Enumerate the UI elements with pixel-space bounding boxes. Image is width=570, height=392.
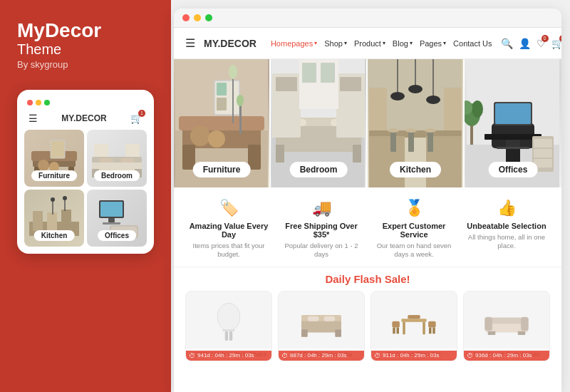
nav-link-shop[interactable]: Shop ▾ <box>324 39 347 48</box>
hero-card-offices[interactable]: Offices <box>465 59 561 187</box>
svg-rect-105 <box>308 316 319 321</box>
site-logo: MY.DECOR <box>204 38 256 49</box>
svg-rect-49 <box>353 145 361 163</box>
svg-rect-120 <box>521 316 529 330</box>
sale-card-img-sofa <box>464 292 549 349</box>
svg-rect-115 <box>432 327 435 334</box>
mobile-card-kitchen[interactable]: Kitchen <box>24 190 84 247</box>
hero-label-furniture: Furniture <box>193 162 251 177</box>
nav-search-icon[interactable]: 🔍 <box>501 38 513 49</box>
browser-mockup: ☰ MY.DECOR Homepages ▾ Shop ▾ Product ▾ … <box>174 9 561 392</box>
svg-rect-78 <box>444 88 462 130</box>
nav-wishlist-icon[interactable]: ♡ 0 <box>537 38 546 49</box>
wishlist-badge: 0 <box>542 35 549 42</box>
svg-rect-13 <box>94 144 108 157</box>
mobile-card-furniture[interactable]: Furniture <box>24 130 84 187</box>
feature-shipping-title: Free Shipping Over $35* <box>278 222 365 239</box>
browser-dot-yellow[interactable] <box>194 14 201 21</box>
mobile-dot-green <box>44 100 50 105</box>
flash-sale-section: Daily Flash Sale! ⏱ 941d : 04h : 29m : 0… <box>174 267 561 367</box>
brand-subtitle: Theme <box>17 42 154 56</box>
feature-value-desc: Items prices that fit your budget. <box>185 242 272 259</box>
svg-point-95 <box>472 100 483 118</box>
svg-rect-14 <box>125 144 140 157</box>
svg-rect-110 <box>392 321 400 327</box>
feature-service: 🏅 Expert Customer Service Our team on ha… <box>370 199 457 259</box>
svg-rect-99 <box>225 331 228 340</box>
brand-name: MyDecor <box>17 20 154 42</box>
mobile-mockup: ☰ MY.DECOR 🛒 1 <box>17 90 154 254</box>
svg-rect-98 <box>222 329 235 331</box>
features-row: 🏷️ Amazing Value Every Day Items prices … <box>174 187 561 267</box>
mobile-cart-badge: 1 <box>138 110 145 117</box>
nav-link-homepages[interactable]: Homepages ▾ <box>271 39 317 48</box>
svg-rect-108 <box>403 321 405 334</box>
sale-card-img-table <box>371 292 457 349</box>
svg-rect-40 <box>217 98 227 110</box>
brand-info: MyDecor Theme By skygroup <box>17 20 154 70</box>
chair-svg <box>204 295 254 345</box>
svg-rect-26 <box>103 222 120 225</box>
nav-user-icon[interactable]: 👤 <box>519 38 531 49</box>
svg-rect-121 <box>488 331 496 334</box>
nav-link-product[interactable]: Product ▾ <box>354 39 385 48</box>
nav-link-blog[interactable]: Blog ▾ <box>393 39 413 48</box>
svg-rect-77 <box>369 88 387 130</box>
svg-point-20 <box>51 197 55 202</box>
nav-cart-icon[interactable]: 🛒 0 <box>551 38 561 49</box>
sale-card-chair[interactable]: ⏱ 941d : 04h : 29m : 03s N200X Modern St… <box>185 291 272 361</box>
browser-bar <box>174 9 561 28</box>
flash-sale-grid: ⏱ 941d : 04h : 29m : 03s N200X Modern St… <box>185 291 550 361</box>
sale-card-img-bed <box>279 292 364 349</box>
bed-svg <box>296 295 346 345</box>
mobile-logo: MY.DECOR <box>61 113 106 123</box>
nav-link-contact[interactable]: Contact Us <box>453 39 492 48</box>
mobile-card-label-offices: Offices <box>98 230 136 241</box>
hero-card-kitchen[interactable]: Kitchen <box>368 59 465 187</box>
svg-point-68 <box>405 128 417 133</box>
sale-card-bed[interactable]: ⏱ 887d : 04h : 29m : 03s Bed Full Set fr… <box>278 291 365 361</box>
svg-rect-90 <box>534 139 552 148</box>
hero-label-kitchen: Kitchen <box>390 162 441 177</box>
svg-rect-12 <box>120 158 135 163</box>
svg-rect-35 <box>179 116 264 130</box>
feature-selection-title: Unbeatable Selection <box>467 222 546 230</box>
svg-rect-112 <box>397 327 400 334</box>
nav-link-pages[interactable]: Pages ▾ <box>420 39 446 48</box>
svg-rect-17 <box>47 212 57 231</box>
sale-timer-chair: ⏱ 941d : 04h : 29m : 03s <box>186 351 271 361</box>
svg-point-66 <box>388 128 399 133</box>
svg-rect-103 <box>301 329 308 337</box>
table-svg <box>389 295 439 345</box>
sofa-svg <box>482 295 532 345</box>
cart-badge: 0 <box>559 35 561 42</box>
feature-shipping-desc: Popular delivery on 1 - 2 days <box>278 242 365 259</box>
mobile-card-offices[interactable]: Offices <box>87 190 147 247</box>
svg-rect-87 <box>506 140 520 147</box>
svg-point-42 <box>229 65 237 79</box>
svg-rect-111 <box>393 327 395 334</box>
svg-rect-114 <box>429 327 432 334</box>
hero-card-furniture[interactable]: Furniture <box>174 59 271 187</box>
selection-icon: 👍 <box>497 199 517 217</box>
svg-rect-88 <box>497 147 529 149</box>
svg-rect-100 <box>229 331 232 340</box>
svg-rect-16 <box>33 211 43 231</box>
mobile-hamburger-icon[interactable]: ☰ <box>28 113 38 124</box>
browser-dot-green[interactable] <box>205 14 212 21</box>
feature-shipping: 🚚 Free Shipping Over $35* Popular delive… <box>278 199 365 259</box>
svg-rect-122 <box>518 331 526 334</box>
mobile-card-bedroom[interactable]: Bedroom <box>87 130 147 187</box>
mobile-cart-icon[interactable]: 🛒 1 <box>130 113 142 124</box>
svg-point-72 <box>390 92 405 100</box>
sale-card-table[interactable]: ⏱ 911d : 04h : 29m : 03s Table and Chair… <box>370 291 457 361</box>
svg-point-44 <box>237 95 244 106</box>
svg-rect-113 <box>428 321 436 327</box>
svg-rect-119 <box>484 316 492 330</box>
hero-card-bedroom[interactable]: Bedroom <box>271 59 368 187</box>
sale-card-sofa[interactable]: ⏱ 936d : 04h : 29m : 03s Sofa Couch from… <box>463 291 550 361</box>
feature-service-desc: Our team on hand seven days a week. <box>370 242 457 259</box>
browser-dot-red[interactable] <box>182 14 190 21</box>
nav-hamburger-icon[interactable]: ☰ <box>185 36 195 50</box>
svg-rect-48 <box>276 145 284 163</box>
